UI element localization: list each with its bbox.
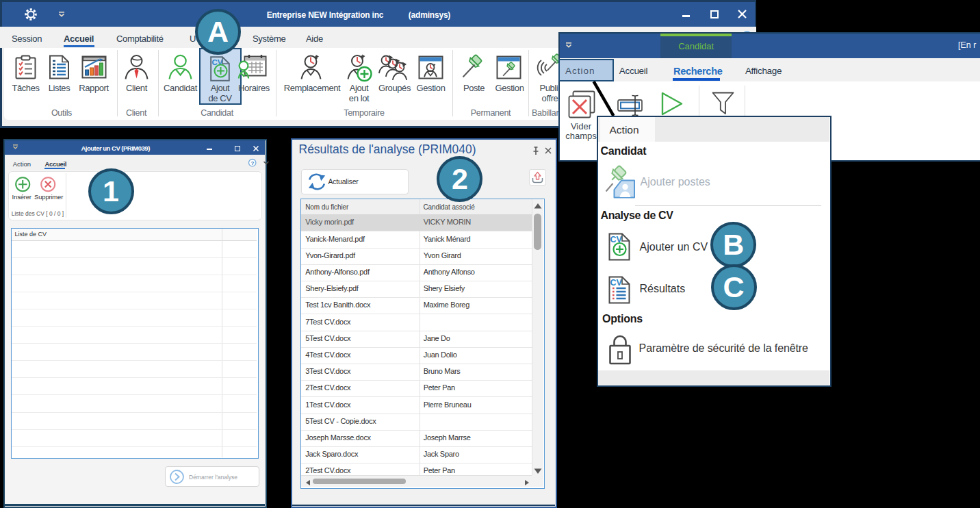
svg-text:CV: CV xyxy=(610,277,622,287)
